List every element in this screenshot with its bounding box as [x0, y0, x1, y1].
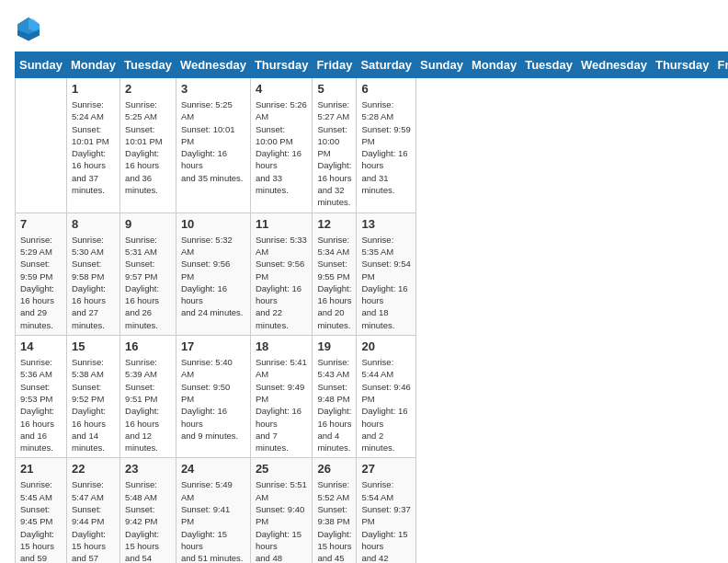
day-number: 19 [317, 339, 351, 353]
calendar-cell: 12Sunrise: 5:34 AM Sunset: 9:55 PM Dayli… [313, 213, 357, 335]
day-number: 24 [181, 462, 245, 476]
calendar-day-header: Thursday [250, 52, 313, 78]
day-info: Sunrise: 5:43 AM Sunset: 9:48 PM Dayligh… [317, 356, 351, 454]
day-info: Sunrise: 5:40 AM Sunset: 9:50 PM Dayligh… [181, 356, 245, 442]
calendar-cell: 16Sunrise: 5:39 AM Sunset: 9:51 PM Dayli… [120, 336, 176, 458]
day-info: Sunrise: 5:52 AM Sunset: 9:38 PM Dayligh… [317, 478, 351, 563]
calendar-cell: 17Sunrise: 5:40 AM Sunset: 9:50 PM Dayli… [176, 336, 250, 458]
calendar-day-header: Wednesday [176, 52, 250, 78]
day-number: 1 [72, 82, 115, 96]
calendar-cell: 22Sunrise: 5:47 AM Sunset: 9:44 PM Dayli… [66, 458, 119, 563]
calendar-day-header: Sunday [416, 52, 468, 78]
day-number: 23 [125, 462, 171, 476]
day-info: Sunrise: 5:38 AM Sunset: 9:52 PM Dayligh… [72, 356, 115, 454]
calendar-cell: 5Sunrise: 5:27 AM Sunset: 10:00 PM Dayli… [313, 78, 357, 213]
day-info: Sunrise: 5:33 AM Sunset: 9:56 PM Dayligh… [256, 234, 308, 331]
calendar-day-header: Wednesday [576, 52, 651, 78]
day-number: 5 [317, 82, 351, 96]
logo [15, 15, 46, 42]
calendar-cell: 6Sunrise: 5:28 AM Sunset: 9:59 PM Daylig… [357, 78, 416, 213]
calendar-week-row: 14Sunrise: 5:36 AM Sunset: 9:53 PM Dayli… [16, 336, 729, 458]
day-number: 7 [20, 217, 62, 231]
calendar-cell: 25Sunrise: 5:51 AM Sunset: 9:40 PM Dayli… [250, 458, 313, 563]
calendar-cell: 4Sunrise: 5:26 AM Sunset: 10:00 PM Dayli… [250, 78, 313, 213]
day-info: Sunrise: 5:47 AM Sunset: 9:44 PM Dayligh… [72, 478, 115, 563]
calendar-cell: 26Sunrise: 5:52 AM Sunset: 9:38 PM Dayli… [313, 458, 357, 563]
calendar-cell: 13Sunrise: 5:35 AM Sunset: 9:54 PM Dayli… [357, 213, 416, 335]
calendar-day-header: Thursday [651, 52, 713, 78]
day-info: Sunrise: 5:39 AM Sunset: 9:51 PM Dayligh… [125, 356, 171, 454]
calendar-cell: 9Sunrise: 5:31 AM Sunset: 9:57 PM Daylig… [120, 213, 176, 335]
day-info: Sunrise: 5:25 AM Sunset: 10:01 PM Daylig… [181, 98, 245, 184]
day-info: Sunrise: 5:30 AM Sunset: 9:58 PM Dayligh… [72, 234, 115, 331]
calendar-week-row: 1Sunrise: 5:24 AM Sunset: 10:01 PM Dayli… [16, 78, 729, 213]
day-number: 26 [317, 462, 351, 476]
day-info: Sunrise: 5:24 AM Sunset: 10:01 PM Daylig… [72, 98, 115, 196]
day-number: 13 [361, 217, 411, 231]
calendar-day-header: Monday [66, 52, 119, 78]
calendar-day-header: Tuesday [521, 52, 577, 78]
day-number: 11 [256, 217, 308, 231]
day-number: 22 [72, 462, 115, 476]
day-info: Sunrise: 5:48 AM Sunset: 9:42 PM Dayligh… [125, 478, 171, 563]
calendar-table: SundayMondayTuesdayWednesdayThursdayFrid… [15, 52, 728, 563]
day-info: Sunrise: 5:36 AM Sunset: 9:53 PM Dayligh… [20, 356, 62, 454]
day-info: Sunrise: 5:34 AM Sunset: 9:55 PM Dayligh… [317, 234, 351, 331]
calendar-day-header: Saturday [357, 52, 416, 78]
day-info: Sunrise: 5:35 AM Sunset: 9:54 PM Dayligh… [361, 234, 411, 331]
day-number: 25 [256, 462, 308, 476]
logo-icon [15, 15, 42, 42]
calendar-cell: 1Sunrise: 5:24 AM Sunset: 10:01 PM Dayli… [66, 78, 119, 213]
calendar-cell: 21Sunrise: 5:45 AM Sunset: 9:45 PM Dayli… [16, 458, 67, 563]
calendar-cell: 11Sunrise: 5:33 AM Sunset: 9:56 PM Dayli… [250, 213, 313, 335]
calendar-cell: 20Sunrise: 5:44 AM Sunset: 9:46 PM Dayli… [357, 336, 416, 458]
calendar-day-header: Friday [713, 52, 728, 78]
day-number: 16 [125, 339, 171, 353]
day-number: 9 [125, 217, 171, 231]
day-info: Sunrise: 5:32 AM Sunset: 9:56 PM Dayligh… [181, 234, 245, 319]
day-info: Sunrise: 5:26 AM Sunset: 10:00 PM Daylig… [256, 98, 308, 196]
day-number: 18 [256, 339, 308, 353]
calendar-cell: 27Sunrise: 5:54 AM Sunset: 9:37 PM Dayli… [357, 458, 416, 563]
day-info: Sunrise: 5:27 AM Sunset: 10:00 PM Daylig… [317, 98, 351, 209]
page-header [15, 15, 713, 42]
day-info: Sunrise: 5:51 AM Sunset: 9:40 PM Dayligh… [256, 478, 308, 563]
calendar-day-header: Monday [468, 52, 521, 78]
calendar-day-header: Sunday [16, 52, 67, 78]
day-number: 6 [361, 82, 411, 96]
calendar-cell: 24Sunrise: 5:49 AM Sunset: 9:41 PM Dayli… [176, 458, 250, 563]
day-number: 12 [317, 217, 351, 231]
calendar-cell: 14Sunrise: 5:36 AM Sunset: 9:53 PM Dayli… [16, 336, 67, 458]
calendar-day-header: Tuesday [120, 52, 176, 78]
calendar-cell: 15Sunrise: 5:38 AM Sunset: 9:52 PM Dayli… [66, 336, 119, 458]
day-number: 14 [20, 339, 62, 353]
day-info: Sunrise: 5:28 AM Sunset: 9:59 PM Dayligh… [361, 98, 411, 196]
day-number: 15 [72, 339, 115, 353]
day-number: 3 [181, 82, 245, 96]
day-number: 17 [181, 339, 245, 353]
day-info: Sunrise: 5:41 AM Sunset: 9:49 PM Dayligh… [256, 356, 308, 454]
day-info: Sunrise: 5:29 AM Sunset: 9:59 PM Dayligh… [20, 234, 62, 331]
calendar-cell: 8Sunrise: 5:30 AM Sunset: 9:58 PM Daylig… [66, 213, 119, 335]
calendar-cell: 3Sunrise: 5:25 AM Sunset: 10:01 PM Dayli… [176, 78, 250, 213]
day-info: Sunrise: 5:31 AM Sunset: 9:57 PM Dayligh… [125, 234, 171, 331]
calendar-week-row: 7Sunrise: 5:29 AM Sunset: 9:59 PM Daylig… [16, 213, 729, 335]
calendar-cell: 7Sunrise: 5:29 AM Sunset: 9:59 PM Daylig… [16, 213, 67, 335]
day-number: 21 [20, 462, 62, 476]
day-number: 10 [181, 217, 245, 231]
day-number: 4 [256, 82, 308, 96]
day-info: Sunrise: 5:49 AM Sunset: 9:41 PM Dayligh… [181, 478, 245, 563]
day-info: Sunrise: 5:54 AM Sunset: 9:37 PM Dayligh… [361, 478, 411, 563]
calendar-header-row: SundayMondayTuesdayWednesdayThursdayFrid… [16, 52, 729, 78]
calendar-cell: 18Sunrise: 5:41 AM Sunset: 9:49 PM Dayli… [250, 336, 313, 458]
day-number: 2 [125, 82, 171, 96]
calendar-day-header: Friday [313, 52, 357, 78]
day-number: 8 [72, 217, 115, 231]
calendar-cell [16, 78, 67, 213]
calendar-week-row: 21Sunrise: 5:45 AM Sunset: 9:45 PM Dayli… [16, 458, 729, 563]
day-number: 20 [361, 339, 411, 353]
day-info: Sunrise: 5:44 AM Sunset: 9:46 PM Dayligh… [361, 356, 411, 454]
calendar-cell: 19Sunrise: 5:43 AM Sunset: 9:48 PM Dayli… [313, 336, 357, 458]
calendar-cell: 23Sunrise: 5:48 AM Sunset: 9:42 PM Dayli… [120, 458, 176, 563]
calendar-cell: 2Sunrise: 5:25 AM Sunset: 10:01 PM Dayli… [120, 78, 176, 213]
